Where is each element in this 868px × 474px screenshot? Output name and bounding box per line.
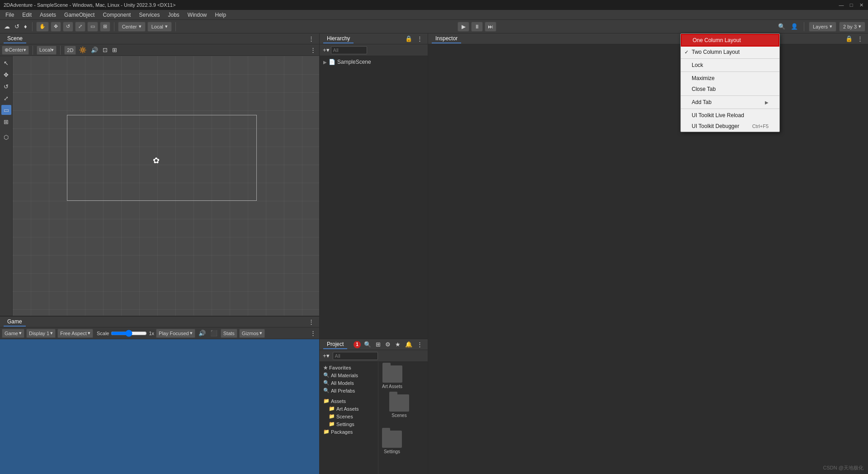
aspect-btn[interactable]: Free Aspect▾ <box>57 329 93 338</box>
game-canvas[interactable] <box>0 339 319 474</box>
vfx-icon[interactable]: ⬛ <box>209 329 219 337</box>
proj-all-models[interactable]: 🔍 All Models <box>321 379 376 387</box>
scene-tab[interactable]: Scene <box>4 34 26 43</box>
asset-scenes[interactable]: Scenes <box>389 394 409 418</box>
tool-brush[interactable]: ✥ <box>1 70 11 80</box>
scene-light-icon[interactable]: 🔆 <box>78 46 88 54</box>
display-btn[interactable]: Display 1▾ <box>26 329 56 338</box>
transform-move-tool[interactable]: ✥ <box>51 22 61 32</box>
project-tab[interactable]: Project <box>323 340 347 349</box>
proj-icon5[interactable]: 🔔 <box>404 340 414 349</box>
transform-rotate-tool[interactable]: ↺ <box>63 22 73 32</box>
proj-scenes[interactable]: 📁 Scenes <box>321 412 376 420</box>
proj-add-icon[interactable]: +▾ <box>321 351 331 360</box>
menu-close-tab[interactable]: Close Tab <box>681 84 779 95</box>
project-search[interactable] <box>333 352 378 360</box>
proj-assets-root[interactable]: 📁 Assets <box>321 397 376 405</box>
account-icon[interactable]: 👤 <box>789 22 799 31</box>
scene-local-btn[interactable]: Local▾ <box>37 46 57 55</box>
menu-component[interactable]: Component <box>99 11 134 19</box>
scale-slider[interactable] <box>111 330 147 337</box>
menu-file[interactable]: File <box>2 11 18 19</box>
pause-button[interactable]: ⏸ <box>471 22 483 32</box>
collab-icon[interactable]: ♦ <box>23 22 28 31</box>
menu-debugger[interactable]: UI Toolkit Debugger Ctrl+F5 <box>681 121 779 132</box>
proj-more-icon[interactable]: ⋮ <box>415 340 424 349</box>
menu-one-column[interactable]: One Column Layout <box>681 34 779 47</box>
asset-art-assets[interactable]: Art Assets <box>382 365 402 389</box>
stats-btn[interactable]: Stats <box>221 329 237 338</box>
tool-all[interactable]: ⊞ <box>1 117 11 127</box>
hier-lock-icon[interactable]: 🔒 <box>404 34 414 43</box>
menu-add-tab[interactable]: Add Tab ▶ <box>681 97 779 108</box>
game-label-btn[interactable]: Game▾ <box>2 329 24 338</box>
menu-lock[interactable]: Lock <box>681 60 779 71</box>
game-tab[interactable]: Game <box>4 318 26 327</box>
menu-gameobject[interactable]: GameObject <box>61 11 98 19</box>
proj-all-materials[interactable]: 🔍 All Materials <box>321 371 376 379</box>
maximize-button[interactable]: □ <box>848 2 854 8</box>
menu-maximize[interactable]: Maximize <box>681 73 779 84</box>
hier-more-icon[interactable]: ⋮ <box>415 34 424 43</box>
menu-edit[interactable]: Edit <box>19 11 35 19</box>
gizmos-btn[interactable]: Gizmos▾ <box>239 329 265 338</box>
project-tree: ★ Favorites 🔍 All Materials 🔍 All Models… <box>320 362 378 474</box>
search-icon[interactable]: 🔍 <box>777 22 787 31</box>
tool-custom[interactable]: ⬡ <box>1 132 11 142</box>
proj-icon3[interactable]: ⚙ <box>384 340 392 349</box>
proj-icon2[interactable]: ⊞ <box>374 340 382 349</box>
layers-dropdown[interactable]: Layers▾ <box>809 22 836 32</box>
proj-art-assets[interactable]: 📁 Art Assets <box>321 405 376 412</box>
inspector-tab[interactable]: Inspector <box>432 34 461 43</box>
inspector-lock-icon[interactable]: 🔒 <box>844 34 854 43</box>
close-button[interactable]: ✕ <box>858 2 864 8</box>
tool-scale[interactable]: ⤢ <box>1 93 11 103</box>
proj-packages[interactable]: 📁 Packages <box>321 428 376 436</box>
pivot-dropdown[interactable]: Center▾ <box>118 22 146 32</box>
menu-services[interactable]: Services <box>135 11 163 19</box>
proj-all-prefabs[interactable]: 🔍 All Prefabs <box>321 387 376 394</box>
scene-center-btn[interactable]: ⊕Center▾ <box>2 46 29 55</box>
play-button[interactable]: ▶ <box>458 22 469 32</box>
hierarchy-search[interactable] <box>331 46 367 54</box>
hierarchy-item-samplescene[interactable]: ▶ 📄 SampleScene <box>321 58 426 66</box>
transform-rect-tool[interactable]: ▭ <box>87 22 98 32</box>
scene-grid-icon[interactable]: ⊞ <box>111 46 118 54</box>
proj-icon4[interactable]: ★ <box>394 340 402 349</box>
history-icon[interactable]: ↺ <box>13 22 21 31</box>
asset-settings[interactable]: Settings <box>382 431 402 454</box>
tool-select[interactable]: ↖ <box>1 58 11 68</box>
scene-options-icon[interactable]: ⋮ <box>307 34 316 43</box>
proj-settings[interactable]: 📁 Settings <box>321 420 376 428</box>
game-options-icon[interactable]: ⋮ <box>307 318 316 326</box>
menu-live-reload[interactable]: UI Toolkit Live Reload <box>681 110 779 121</box>
game-more-icon[interactable]: ⋮ <box>309 329 317 337</box>
cloud-icon[interactable]: ☁ <box>3 22 11 31</box>
tool-rotate[interactable]: ↺ <box>1 81 11 91</box>
local-dropdown[interactable]: Local▾ <box>147 22 172 32</box>
minimize-button[interactable]: — <box>838 2 844 8</box>
hier-add-icon[interactable]: +▾ <box>321 46 331 54</box>
transform-scale-tool[interactable]: ⤢ <box>75 22 85 32</box>
hierarchy-tab[interactable]: Hierarchy <box>323 34 354 43</box>
scene-audio-icon[interactable]: 🔊 <box>90 46 99 54</box>
menu-window[interactable]: Window <box>184 11 211 19</box>
play-focused-btn[interactable]: Play Focused▾ <box>156 329 195 338</box>
step-button[interactable]: ⏭ <box>485 22 496 32</box>
menu-help[interactable]: Help <box>212 11 230 19</box>
transform-hand-tool[interactable]: ✋ <box>36 22 49 32</box>
menu-two-column[interactable]: Two Column Layout <box>681 47 779 57</box>
menu-assets[interactable]: Assets <box>36 11 60 19</box>
proj-search-icon[interactable]: 🔍 <box>363 340 373 349</box>
game-toolbar: Game▾ Display 1▾ Free Aspect▾ Scale 1x P… <box>0 327 319 339</box>
tool-rect[interactable]: ▭ <box>1 105 11 115</box>
mute-icon[interactable]: 🔊 <box>197 329 207 337</box>
scene-2d-btn[interactable]: 2D <box>64 46 76 55</box>
scene-fx-icon[interactable]: ⊡ <box>101 46 109 54</box>
layout-dropdown[interactable]: 2 by 3▾ <box>839 22 865 32</box>
inspector-more-icon[interactable]: ⋮ <box>856 34 864 43</box>
scene-canvas[interactable]: ✿ <box>13 56 319 316</box>
menu-jobs[interactable]: Jobs <box>164 11 183 19</box>
scene-more-icon[interactable]: ⋮ <box>309 46 317 54</box>
transform-all-tool[interactable]: ⊞ <box>100 22 110 32</box>
